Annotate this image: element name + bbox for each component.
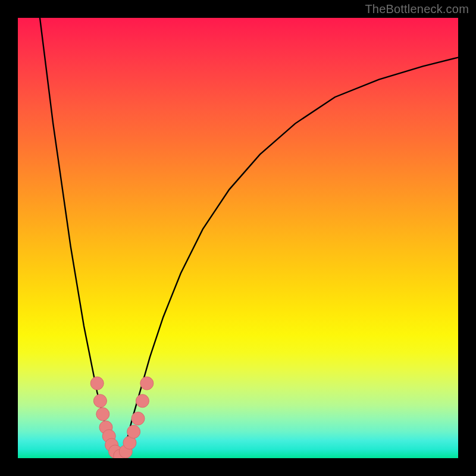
data-marker: [131, 412, 145, 425]
data-marker: [90, 377, 104, 390]
curve-right-branch: [119, 58, 458, 458]
data-marker: [140, 377, 154, 390]
data-marker: [93, 394, 107, 408]
chart-frame: TheBottleneck.com: [0, 0, 476, 476]
data-marker: [127, 425, 140, 439]
marker-layer: [90, 377, 154, 458]
watermark-text: TheBottleneck.com: [365, 2, 469, 16]
data-marker: [136, 394, 149, 408]
plot-area: [18, 18, 458, 458]
curve-left-branch: [40, 18, 119, 458]
chart-svg: [18, 18, 458, 458]
data-marker: [96, 408, 109, 421]
